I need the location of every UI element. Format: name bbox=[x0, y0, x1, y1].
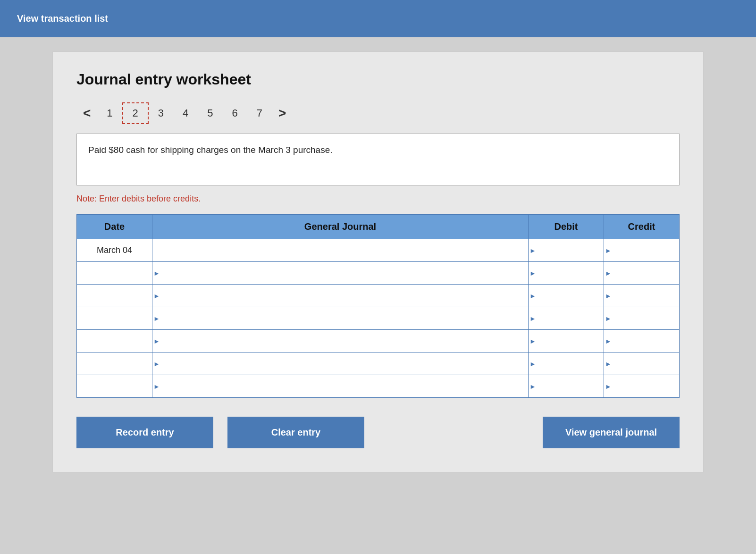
date-cell-1: March 04 bbox=[77, 239, 152, 262]
debit-input-4[interactable] bbox=[529, 307, 604, 329]
credit-input-7[interactable] bbox=[604, 375, 679, 397]
journal-cell-3[interactable]: ► bbox=[152, 285, 529, 307]
view-transaction-button[interactable]: View transaction list bbox=[0, 0, 125, 37]
header-credit: Credit bbox=[604, 215, 680, 239]
debit-input-3[interactable] bbox=[529, 285, 604, 307]
credit-input-1[interactable] bbox=[604, 239, 679, 261]
table-row: ► ► ► bbox=[77, 375, 680, 398]
transaction-description: Paid $80 cash for shipping charges on th… bbox=[76, 134, 680, 185]
debit-cell-4[interactable]: ► bbox=[529, 307, 604, 330]
debit-cell-6[interactable]: ► bbox=[529, 353, 604, 375]
date-cell-2 bbox=[77, 262, 152, 285]
journal-cell-4[interactable]: ► bbox=[152, 307, 529, 330]
credit-input-2[interactable] bbox=[604, 262, 679, 284]
journal-cell-6[interactable]: ► bbox=[152, 353, 529, 375]
date-cell-7 bbox=[77, 375, 152, 398]
clear-entry-button[interactable]: Clear entry bbox=[227, 417, 364, 448]
journal-input-7[interactable] bbox=[152, 375, 528, 397]
credit-input-4[interactable] bbox=[604, 307, 679, 329]
date-cell-6 bbox=[77, 353, 152, 375]
debit-input-7[interactable] bbox=[529, 375, 604, 397]
debit-input-2[interactable] bbox=[529, 262, 604, 284]
credit-cell-5[interactable]: ► bbox=[604, 330, 680, 353]
table-row: March 04 ► ► bbox=[77, 239, 680, 262]
debit-input-5[interactable] bbox=[529, 330, 604, 352]
header-debit: Debit bbox=[529, 215, 604, 239]
journal-cell-7[interactable]: ► bbox=[152, 375, 529, 398]
credit-input-5[interactable] bbox=[604, 330, 679, 352]
journal-input-5[interactable] bbox=[152, 330, 528, 352]
debit-cell-2[interactable]: ► bbox=[529, 262, 604, 285]
tabs-navigation: < 1 2 3 4 5 6 7 > bbox=[76, 102, 680, 124]
debit-cell-5[interactable]: ► bbox=[529, 330, 604, 353]
header-date: Date bbox=[77, 215, 152, 239]
credit-cell-7[interactable]: ► bbox=[604, 375, 680, 398]
tab-4[interactable]: 4 bbox=[173, 103, 198, 123]
date-cell-5 bbox=[77, 330, 152, 353]
tab-1[interactable]: 1 bbox=[97, 103, 122, 123]
journal-input-6[interactable] bbox=[152, 353, 528, 375]
table-row: ► ► ► bbox=[77, 330, 680, 353]
debit-input-1[interactable] bbox=[529, 239, 604, 261]
buttons-row: Record entry Clear entry View general jo… bbox=[76, 417, 680, 448]
credit-input-3[interactable] bbox=[604, 285, 679, 307]
note-text: Note: Enter debits before credits. bbox=[76, 194, 680, 204]
table-row: ► ► ► bbox=[77, 307, 680, 330]
debit-cell-3[interactable]: ► bbox=[529, 285, 604, 307]
credit-cell-4[interactable]: ► bbox=[604, 307, 680, 330]
table-row: ► ► ► bbox=[77, 353, 680, 375]
view-general-journal-button[interactable]: View general journal bbox=[543, 417, 680, 448]
record-entry-button[interactable]: Record entry bbox=[76, 417, 213, 448]
tab-6[interactable]: 6 bbox=[223, 103, 247, 123]
journal-cell-2[interactable]: ► bbox=[152, 262, 529, 285]
debit-input-6[interactable] bbox=[529, 353, 604, 375]
debit-cell-7[interactable]: ► bbox=[529, 375, 604, 398]
date-cell-3 bbox=[77, 285, 152, 307]
next-arrow-button[interactable]: > bbox=[272, 104, 293, 123]
journal-cell-1[interactable] bbox=[152, 239, 529, 262]
top-bar: View transaction list bbox=[0, 0, 756, 37]
journal-input-1[interactable] bbox=[152, 239, 528, 261]
credit-cell-3[interactable]: ► bbox=[604, 285, 680, 307]
table-row: ► ► ► bbox=[77, 262, 680, 285]
journal-input-2[interactable] bbox=[152, 262, 528, 284]
tab-5[interactable]: 5 bbox=[198, 103, 222, 123]
header-general-journal: General Journal bbox=[152, 215, 529, 239]
credit-cell-6[interactable]: ► bbox=[604, 353, 680, 375]
credit-cell-1[interactable]: ► bbox=[604, 239, 680, 262]
journal-input-4[interactable] bbox=[152, 307, 528, 329]
journal-input-3[interactable] bbox=[152, 285, 528, 307]
journal-table: Date General Journal Debit Credit March … bbox=[76, 214, 680, 398]
table-row: ► ► ► bbox=[77, 285, 680, 307]
tab-7[interactable]: 7 bbox=[247, 103, 272, 123]
date-cell-4 bbox=[77, 307, 152, 330]
journal-cell-5[interactable]: ► bbox=[152, 330, 529, 353]
debit-cell-1[interactable]: ► bbox=[529, 239, 604, 262]
main-content: Journal entry worksheet < 1 2 3 4 5 6 7 … bbox=[52, 51, 704, 472]
worksheet-title: Journal entry worksheet bbox=[76, 71, 680, 88]
tab-3[interactable]: 3 bbox=[149, 103, 173, 123]
credit-input-6[interactable] bbox=[604, 353, 679, 375]
tab-2[interactable]: 2 bbox=[122, 102, 149, 124]
credit-cell-2[interactable]: ► bbox=[604, 262, 680, 285]
prev-arrow-button[interactable]: < bbox=[76, 104, 97, 123]
